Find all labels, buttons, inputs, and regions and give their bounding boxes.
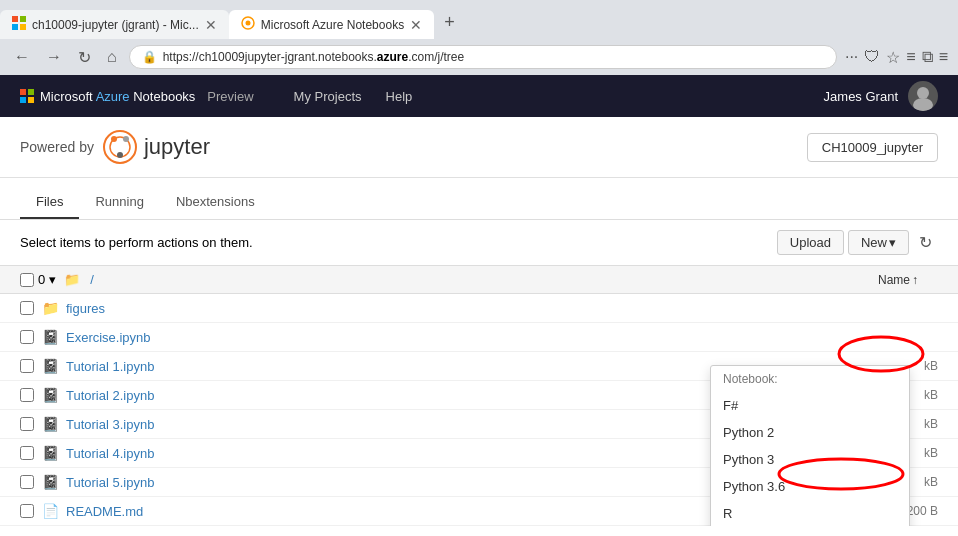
file-checkbox[interactable] (20, 388, 34, 402)
notebook-icon: 📓 (42, 358, 58, 374)
dropdown-item-fsharp[interactable]: F# (711, 392, 909, 419)
refresh-button[interactable]: ↻ (74, 46, 95, 69)
file-table-header: 0 ▾ 📁 / Name ↑ (0, 265, 958, 294)
tab-nbextensions[interactable]: Nbextensions (160, 186, 271, 219)
svg-rect-1 (20, 16, 26, 22)
dropdown-item-python2[interactable]: Python 2 (711, 419, 909, 446)
svg-point-12 (104, 131, 136, 163)
back-button[interactable]: ← (10, 46, 34, 68)
dropdown-item-r[interactable]: R (711, 500, 909, 526)
tab-running[interactable]: Running (79, 186, 159, 219)
file-row: 📓 Exercise.ipynb (0, 323, 958, 352)
tab-favicon-active (241, 16, 255, 33)
app-header: Microsoft Azure Notebooks Preview My Pro… (0, 75, 958, 117)
jupyter-logo-icon (102, 129, 138, 165)
brand-notebooks: Notebooks (130, 89, 196, 104)
actions-bar: Select items to perform actions on them.… (0, 220, 958, 265)
bookmark-icon[interactable]: ☆ (886, 48, 900, 67)
ms-logo-icon (20, 89, 34, 103)
home-button[interactable]: ⌂ (103, 46, 121, 68)
powered-section: Powered by jupyter CH10009_jupyter (0, 117, 958, 178)
select-items-text: Select items to perform actions on them. (20, 235, 253, 250)
file-name[interactable]: README.md (66, 504, 813, 519)
svg-point-15 (123, 136, 129, 142)
file-row: 📁 figures (0, 294, 958, 323)
breadcrumb-path[interactable]: / (90, 272, 94, 287)
tab-favicon (12, 16, 26, 33)
file-checkbox[interactable] (20, 504, 34, 518)
file-checkbox[interactable] (20, 301, 34, 315)
name-column-header[interactable]: Name ↑ (878, 273, 918, 287)
dropdown-item-python36[interactable]: Python 3.6 (711, 473, 909, 500)
forward-button[interactable]: → (42, 46, 66, 68)
tab-inactive-title: ch10009-jupyter (jgrant) - Mic... (32, 18, 199, 32)
browser-menu-icon[interactable]: ≡ (939, 48, 948, 66)
address-bar: ← → ↻ ⌂ 🔒 https://ch10009jupyter-jgrant.… (0, 39, 958, 75)
action-buttons: Upload New ▾ ↻ (777, 230, 938, 255)
tab-files[interactable]: Files (20, 186, 79, 219)
svg-rect-6 (20, 89, 26, 95)
tab-close-inactive[interactable]: ✕ (205, 17, 217, 33)
select-all-checkbox[interactable] (20, 273, 34, 287)
svg-point-10 (917, 87, 929, 99)
brand-azure: Azure (96, 89, 130, 104)
file-size: kB (924, 388, 938, 402)
file-name[interactable]: figures (66, 301, 910, 316)
file-size: kB (924, 359, 938, 373)
tab-inactive[interactable]: ch10009-jupyter (jgrant) - Mic... ✕ (0, 10, 229, 39)
brand-ms: Microsoft (40, 89, 96, 104)
notebook-section-label: Notebook: (711, 366, 909, 392)
svg-rect-0 (12, 16, 18, 22)
brand: Microsoft Azure Notebooks Preview (20, 89, 254, 104)
brand-preview: Preview (207, 89, 253, 104)
markdown-icon: 📄 (42, 503, 58, 519)
svg-point-16 (117, 152, 123, 158)
main-content: Powered by jupyter CH10009_jupyter Files… (0, 117, 958, 526)
favorites-icon[interactable]: ⧉ (922, 48, 933, 66)
header-check: 0 ▾ (20, 272, 56, 287)
shield-icon[interactable]: 🛡 (864, 48, 880, 66)
reading-list-icon[interactable]: ≡ (906, 48, 915, 66)
nav-my-projects[interactable]: My Projects (294, 89, 362, 104)
file-checkbox[interactable] (20, 475, 34, 489)
svg-rect-3 (20, 24, 26, 30)
project-badge: CH10009_jupyter (807, 133, 938, 162)
notebook-icon: 📓 (42, 416, 58, 432)
file-checkbox[interactable] (20, 330, 34, 344)
file-checkbox[interactable] (20, 417, 34, 431)
file-size: kB (924, 475, 938, 489)
dropdown-item-python3[interactable]: Python 3 (711, 446, 909, 473)
svg-rect-2 (12, 24, 18, 30)
file-checkbox[interactable] (20, 446, 34, 460)
notebook-icon: 📓 (42, 329, 58, 345)
svg-rect-9 (28, 97, 34, 103)
new-tab-button[interactable]: + (434, 6, 465, 39)
upload-button[interactable]: Upload (777, 230, 844, 255)
file-size: 200 B (907, 504, 938, 518)
more-options-button[interactable]: ··· (845, 48, 858, 66)
tab-active[interactable]: Microsoft Azure Notebooks ✕ (229, 10, 434, 39)
url-box[interactable]: 🔒 https://ch10009jupyter-jgrant.notebook… (129, 45, 837, 69)
svg-rect-7 (28, 89, 34, 95)
new-dropdown-menu: Notebook: F# Python 2 Python 3 Python 3.… (710, 365, 910, 526)
file-size: kB (924, 417, 938, 431)
url-text: https://ch10009jupyter-jgrant.notebooks.… (163, 50, 824, 64)
svg-rect-8 (20, 97, 26, 103)
header-nav: My Projects Help (294, 89, 413, 104)
file-checkbox[interactable] (20, 359, 34, 373)
user-name: James Grant (824, 89, 898, 104)
notebook-icon: 📓 (42, 387, 58, 403)
nav-help[interactable]: Help (386, 89, 413, 104)
dropdown-arrow-header[interactable]: ▾ (49, 272, 56, 287)
svg-point-11 (913, 98, 933, 111)
tab-close-active[interactable]: ✕ (410, 17, 422, 33)
refresh-files-button[interactable]: ↻ (913, 231, 938, 254)
svg-point-14 (111, 136, 117, 142)
file-name[interactable]: Exercise.ipynb (66, 330, 910, 345)
new-button[interactable]: New ▾ (848, 230, 909, 255)
file-size: kB (924, 446, 938, 460)
lock-icon: 🔒 (142, 50, 157, 64)
header-right: James Grant (824, 81, 938, 111)
sort-arrow: ↑ (912, 273, 918, 287)
brand-text: Microsoft Azure Notebooks (40, 89, 195, 104)
